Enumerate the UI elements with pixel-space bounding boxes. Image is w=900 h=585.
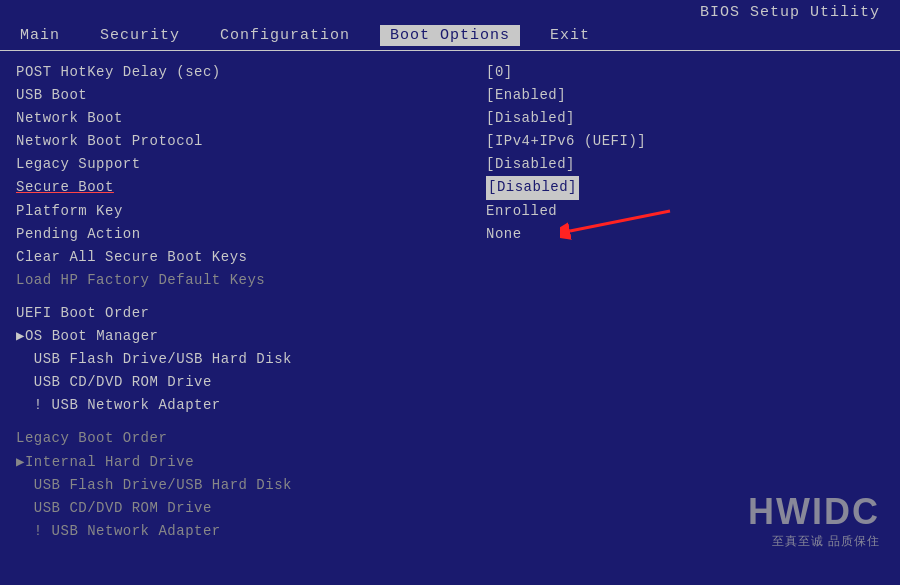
label-pending-action: Pending Action [16, 223, 141, 246]
setting-pending-action[interactable]: Pending Action [16, 223, 476, 246]
menu-security[interactable]: Security [90, 25, 190, 46]
label-clear-secure-boot: Clear All Secure Boot Keys [16, 246, 247, 269]
label-network-boot-protocol: Network Boot Protocol [16, 130, 203, 153]
menu-divider [0, 50, 900, 51]
legacy-item-usb-flash: USB Flash Drive/USB Hard Disk [16, 474, 476, 497]
val-legacy-support: [Disabled] [486, 153, 575, 176]
value-secure-boot: [Disabled] [486, 176, 884, 199]
bios-title: BIOS Setup Utility [0, 0, 900, 23]
value-usb-boot: [Enabled] [486, 84, 884, 107]
value-post-hotkey: [0] [486, 61, 884, 84]
value-legacy-support: [Disabled] [486, 153, 884, 176]
menu-configuration[interactable]: Configuration [210, 25, 360, 46]
value-network-boot-protocol: [IPv4+IPv6 (UEFI)] [486, 130, 884, 153]
setting-network-boot-protocol[interactable]: Network Boot Protocol [16, 130, 476, 153]
setting-load-factory: Load HP Factory Default Keys [16, 269, 476, 292]
setting-platform-key[interactable]: Platform Key [16, 200, 476, 223]
setting-legacy-support[interactable]: Legacy Support [16, 153, 476, 176]
setting-secure-boot[interactable]: Secure Boot [16, 176, 476, 199]
uefi-item-os-manager[interactable]: ▶OS Boot Manager [16, 325, 476, 348]
label-network-boot: Network Boot [16, 107, 123, 130]
menu-exit[interactable]: Exit [540, 25, 600, 46]
label-usb-boot: USB Boot [16, 84, 87, 107]
title-text: BIOS Setup Utility [700, 4, 880, 21]
value-network-boot: [Disabled] [486, 107, 884, 130]
val-platform-key: Enrolled [486, 200, 557, 223]
menu-main[interactable]: Main [10, 25, 70, 46]
legacy-item-usb-cd: USB CD/DVD ROM Drive [16, 497, 476, 520]
label-load-factory: Load HP Factory Default Keys [16, 269, 265, 292]
setting-network-boot[interactable]: Network Boot [16, 107, 476, 130]
val-network-boot: [Disabled] [486, 107, 575, 130]
label-platform-key: Platform Key [16, 200, 123, 223]
uefi-section-title: UEFI Boot Order [16, 302, 476, 325]
value-pending-action: None [486, 223, 884, 246]
val-pending-action: None [486, 223, 522, 246]
val-network-boot-protocol: [IPv4+IPv6 (UEFI)] [486, 130, 646, 153]
setting-clear-secure-boot[interactable]: Clear All Secure Boot Keys [16, 246, 476, 269]
value-platform-key: Enrolled [486, 200, 884, 223]
main-content: POST HotKey Delay (sec) USB Boot Network… [0, 53, 900, 580]
watermark-title: HWIDC [748, 491, 880, 533]
val-secure-boot: [Disabled] [486, 176, 579, 199]
val-usb-boot: [Enabled] [486, 84, 566, 107]
menu-bar: Main Security Configuration Boot Options… [0, 23, 900, 48]
legacy-item-hdd: ▶Internal Hard Drive [16, 451, 476, 474]
label-secure-boot: Secure Boot [16, 176, 114, 199]
val-post-hotkey: [0] [486, 61, 513, 84]
uefi-item-usb-flash[interactable]: USB Flash Drive/USB Hard Disk [16, 348, 476, 371]
uefi-item-usb-network[interactable]: ! USB Network Adapter [16, 394, 476, 417]
label-legacy-support: Legacy Support [16, 153, 141, 176]
legacy-section-title: Legacy Boot Order [16, 427, 476, 450]
watermark-subtitle: 至真至诚 品质保住 [748, 533, 880, 550]
legacy-item-usb-network: ! USB Network Adapter [16, 520, 476, 543]
settings-labels: POST HotKey Delay (sec) USB Boot Network… [16, 61, 476, 576]
menu-boot-options[interactable]: Boot Options [380, 25, 520, 46]
setting-usb-boot[interactable]: USB Boot [16, 84, 476, 107]
uefi-item-usb-cd[interactable]: USB CD/DVD ROM Drive [16, 371, 476, 394]
label-post-hotkey: POST HotKey Delay (sec) [16, 61, 221, 84]
setting-post-hotkey[interactable]: POST HotKey Delay (sec) [16, 61, 476, 84]
watermark: HWIDC 至真至诚 品质保住 [748, 491, 880, 550]
